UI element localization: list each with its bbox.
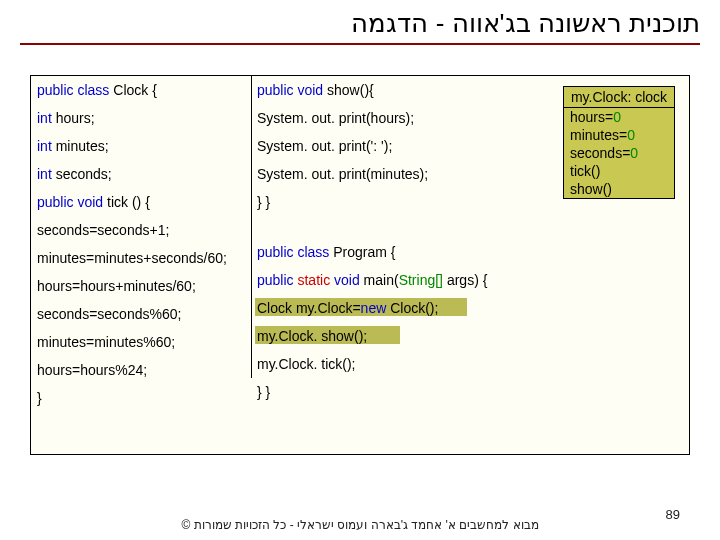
- code-text: Program {: [333, 244, 395, 260]
- title-underline: [20, 43, 700, 45]
- object-row: seconds=0: [564, 144, 674, 162]
- object-row: show(): [564, 180, 674, 198]
- slide-title: תוכנית ראשונה בג'אווה - הדגמה: [0, 0, 720, 43]
- keyword: int: [37, 138, 52, 154]
- object-box: my.Clock: clock hours=0 minutes=0 second…: [563, 86, 675, 199]
- code-line: Clock my.Clock=new Clock();: [251, 294, 691, 322]
- keyword: public class: [257, 244, 333, 260]
- type: String[]: [399, 272, 447, 288]
- code-line: int minutes;: [31, 132, 251, 160]
- keyword: static: [297, 272, 334, 288]
- code-text: args) {: [447, 272, 487, 288]
- object-row: tick(): [564, 162, 674, 180]
- code-text: Clock {: [113, 82, 157, 98]
- code-line: seconds=seconds+1;: [31, 216, 251, 244]
- code-line: } }: [251, 378, 691, 406]
- code-line: hours=hours%24;: [31, 356, 251, 384]
- code-line: my.Clock. tick();: [251, 350, 691, 378]
- code-text: main(: [360, 272, 399, 288]
- keyword: void: [334, 272, 360, 288]
- code-text: show(){: [323, 82, 374, 98]
- field-name: seconds=: [570, 145, 630, 161]
- code-text: my.Clock. show();: [257, 328, 367, 344]
- object-row: minutes=0: [564, 126, 674, 144]
- field-name: minutes=: [570, 127, 627, 143]
- keyword: int: [37, 166, 52, 182]
- code-line: minutes=minutes%60;: [31, 328, 251, 356]
- keyword: public class: [37, 82, 113, 98]
- keyword: public: [257, 272, 297, 288]
- code-line: public void tick () {: [31, 188, 251, 216]
- code-text: my.Clock=: [296, 300, 361, 316]
- keyword: new: [361, 300, 387, 316]
- field-value: 0: [613, 109, 621, 125]
- field-value: 0: [627, 127, 635, 143]
- code-text: Clock: [257, 300, 296, 316]
- code-line: public class Clock {: [31, 76, 251, 104]
- object-row: hours=0: [564, 108, 674, 126]
- code-line: int seconds;: [31, 160, 251, 188]
- code-line: minutes=minutes+seconds/60;: [31, 244, 251, 272]
- code-line: public static void main(String[] args) {: [251, 266, 691, 294]
- code-text: seconds;: [52, 166, 112, 182]
- page-number: 89: [666, 507, 680, 522]
- keyword: public void: [37, 194, 103, 210]
- code-line: hours=hours+minutes/60;: [31, 272, 251, 300]
- object-header: my.Clock: clock: [564, 87, 674, 108]
- field-value: 0: [630, 145, 638, 161]
- field-name: hours=: [570, 109, 613, 125]
- code-column-left: public class Clock { int hours; int minu…: [31, 76, 251, 412]
- code-line: int hours;: [31, 104, 251, 132]
- code-text: Clock();: [386, 300, 438, 316]
- code-line: public class Program {: [251, 238, 691, 266]
- code-text: minutes;: [52, 138, 109, 154]
- keyword: int: [37, 110, 52, 126]
- code-line: seconds=seconds%60;: [31, 300, 251, 328]
- keyword: public void: [257, 82, 323, 98]
- code-line: my.Clock. show();: [251, 322, 691, 350]
- code-line: }: [31, 384, 251, 412]
- code-text: hours;: [52, 110, 95, 126]
- code-text: tick () {: [103, 194, 150, 210]
- footer-text: מבוא למחשבים א' אחמד ג'בארה ועמוס ישראלי…: [0, 518, 720, 532]
